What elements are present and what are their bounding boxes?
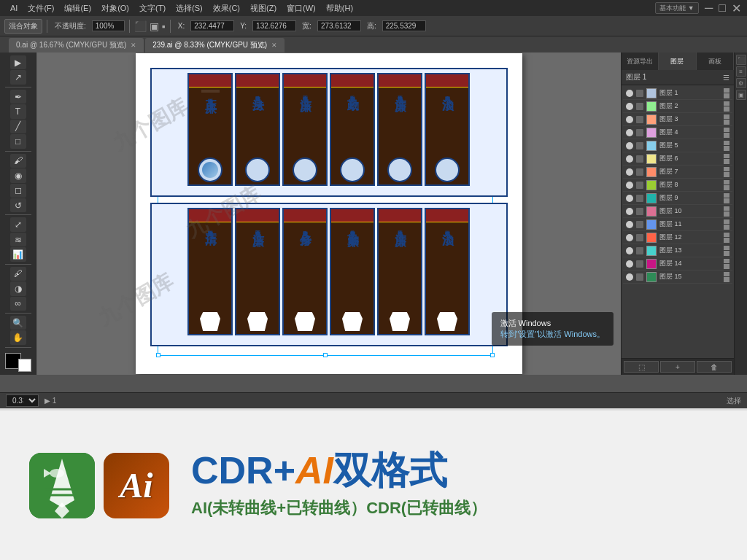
layer-visibility-9[interactable] — [626, 195, 633, 202]
layer-lock-4[interactable] — [636, 129, 643, 136]
layer-visibility-7[interactable] — [626, 168, 633, 176]
zoom-tool[interactable]: 🔍 — [10, 316, 26, 330]
layer-visibility-4[interactable] — [626, 129, 633, 136]
tab-artboards[interactable]: 画板 — [697, 52, 734, 70]
layer-lock-6[interactable] — [636, 155, 643, 163]
eraser-tool[interactable]: ◻ — [10, 184, 26, 198]
color-swatches[interactable] — [5, 353, 31, 372]
blob-brush-tool[interactable]: ◉ — [10, 168, 26, 182]
layer-visibility-5[interactable] — [626, 142, 633, 149]
layer-item-1[interactable]: 图层 1 — [623, 87, 732, 100]
direct-selection-tool[interactable]: ↗ — [10, 70, 26, 84]
layer-item-15[interactable]: 图层 15 — [623, 271, 732, 284]
layer-lock-5[interactable] — [636, 142, 643, 149]
stroke-color[interactable] — [18, 359, 31, 372]
layer-item-8[interactable]: 图层 8 — [623, 179, 732, 192]
rotate-tool[interactable]: ↺ — [10, 198, 26, 212]
mini-tool-1[interactable]: ⬛ — [736, 55, 746, 65]
layer-lock-1[interactable] — [636, 90, 643, 97]
mini-tool-4[interactable]: ▣ — [736, 90, 746, 100]
layer-lock-3[interactable] — [636, 116, 643, 123]
layer-item-3[interactable]: 图层 3 — [623, 113, 732, 126]
layer-visibility-3[interactable] — [626, 116, 633, 123]
delete-layer-btn[interactable]: 🗑 — [697, 361, 732, 373]
align-right-icon[interactable]: ▪ — [162, 20, 166, 32]
blend-tool[interactable]: ∞ — [10, 297, 26, 311]
menu-help[interactable]: 帮助(H) — [322, 1, 357, 15]
layer-item-9[interactable]: 图层 9 — [623, 192, 732, 205]
layers-menu-btn[interactable]: ☰ — [723, 74, 729, 82]
w-input[interactable] — [317, 20, 361, 31]
layer-visibility-11[interactable] — [626, 221, 633, 228]
maximize-btn[interactable]: □ — [719, 1, 726, 15]
menu-text[interactable]: 文字(T) — [135, 1, 170, 15]
layer-item-7[interactable]: 图层 7 — [623, 166, 732, 179]
layer-item-13[interactable]: 图层 13 — [623, 244, 732, 257]
close-btn[interactable]: ✕ — [732, 1, 741, 15]
layer-item-14[interactable]: 图层 14 — [623, 257, 732, 271]
mini-tool-2[interactable]: ≡ — [736, 66, 746, 77]
layer-lock-11[interactable] — [636, 221, 643, 228]
align-center-icon[interactable]: ▣ — [150, 20, 159, 32]
layer-item-12[interactable]: 图层 12 — [623, 231, 732, 244]
layer-lock-2[interactable] — [636, 103, 643, 110]
layer-visibility-15[interactable] — [626, 273, 633, 281]
new-layer-btn[interactable]: + — [660, 361, 695, 373]
layer-lock-13[interactable] — [636, 247, 643, 254]
menu-object[interactable]: 对象(O) — [97, 1, 133, 15]
menu-effect[interactable]: 效果(C) — [209, 1, 244, 15]
hand-tool[interactable]: ✋ — [10, 330, 26, 344]
layer-item-2[interactable]: 图层 2 — [623, 100, 732, 113]
graph-tool[interactable]: 📊 — [10, 247, 26, 261]
layer-item-5[interactable]: 图层 5 — [623, 139, 732, 152]
tab-0-close[interactable]: ✕ — [131, 42, 136, 49]
tab-layers[interactable]: 图层 — [659, 52, 696, 70]
make-clip-btn[interactable]: ⬚ — [624, 361, 659, 373]
align-left-icon[interactable]: ⬛ — [134, 20, 147, 32]
menu-edit[interactable]: 编辑(E) — [60, 1, 96, 15]
mini-tool-3[interactable]: ⚙ — [736, 78, 746, 88]
pen-tool[interactable]: ✒ — [10, 90, 26, 104]
menu-ai[interactable]: AI — [6, 2, 22, 14]
layer-item-11[interactable]: 图层 11 — [623, 218, 732, 231]
layer-visibility-2[interactable] — [626, 103, 633, 110]
warp-tool[interactable]: ≋ — [10, 233, 26, 246]
minimize-btn[interactable]: ─ — [705, 1, 713, 15]
layer-visibility-10[interactable] — [626, 208, 633, 215]
layer-item-6[interactable]: 图层 6 — [623, 152, 732, 166]
layer-visibility-6[interactable] — [626, 155, 633, 163]
menu-file[interactable]: 文件(F) — [23, 1, 58, 15]
tab-0[interactable]: 0.ai @ 16.67% (CMYK/GPU 预览) ✕ — [9, 38, 144, 52]
opacity-input[interactable] — [92, 20, 125, 31]
layer-lock-9[interactable] — [636, 195, 643, 202]
tab-1[interactable]: 239.ai @ 8.33% (CMYK/GPU 预览) ✕ — [145, 38, 285, 52]
y-input[interactable] — [252, 20, 296, 31]
x-input[interactable] — [190, 20, 234, 31]
layer-lock-14[interactable] — [636, 260, 643, 268]
selection-tool[interactable]: ▶ — [10, 55, 26, 69]
menu-view[interactable]: 视图(Z) — [246, 1, 281, 15]
h-input[interactable] — [382, 20, 426, 31]
rect-tool[interactable]: □ — [10, 134, 26, 148]
line-tool[interactable]: ╱ — [10, 120, 26, 133]
layer-lock-7[interactable] — [636, 168, 643, 176]
layer-item-10[interactable]: 图层 10 — [623, 205, 732, 218]
scale-tool[interactable]: ⤢ — [10, 217, 26, 231]
zoom-selector[interactable]: 0.33% — [6, 394, 39, 407]
tab-1-close[interactable]: ✕ — [271, 42, 277, 49]
layer-visibility-8[interactable] — [626, 182, 633, 189]
layer-lock-10[interactable] — [636, 208, 643, 215]
layer-item-4[interactable]: 图层 4 — [623, 126, 732, 139]
paintbrush-tool[interactable]: 🖌 — [10, 154, 26, 168]
layer-visibility-13[interactable] — [626, 247, 633, 254]
workspace-selector[interactable]: 基本功能 ▼ — [655, 2, 699, 14]
layer-lock-15[interactable] — [636, 273, 643, 281]
layer-lock-8[interactable] — [636, 182, 643, 189]
eyedropper-tool[interactable]: 🖋 — [10, 267, 26, 281]
type-tool[interactable]: T — [10, 104, 26, 118]
layer-visibility-14[interactable] — [626, 260, 633, 268]
gradient-tool[interactable]: ◑ — [10, 281, 26, 295]
menu-select[interactable]: 选择(S) — [171, 1, 207, 15]
layer-visibility-1[interactable] — [626, 90, 633, 97]
blend-mode-btn[interactable]: 混合对象 — [4, 19, 42, 34]
